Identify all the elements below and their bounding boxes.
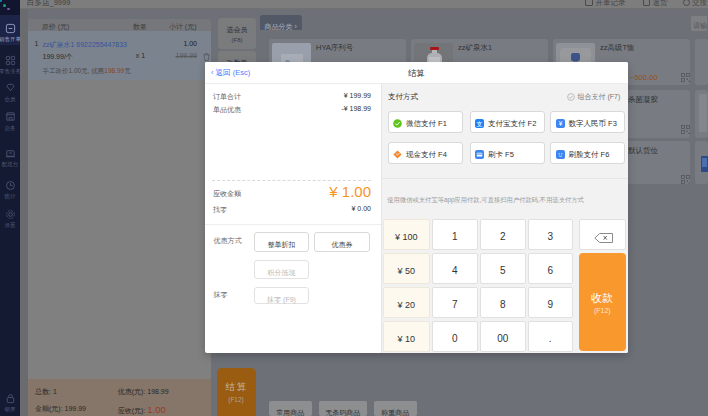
svg-text:支: 支 <box>477 121 483 128</box>
svg-text:¥: ¥ <box>558 120 562 127</box>
